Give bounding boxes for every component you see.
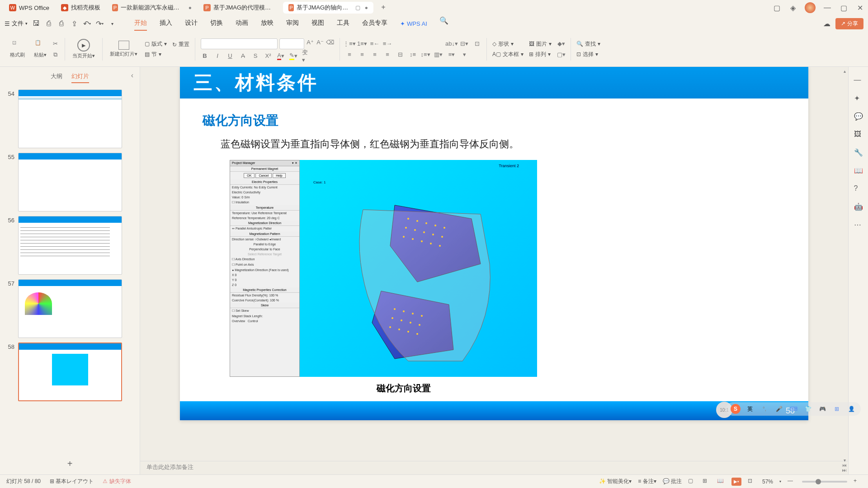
numbering-button[interactable]: 1≡▾ xyxy=(358,40,366,48)
decrease-indent-button[interactable]: ≡← xyxy=(371,40,379,48)
ai-sidebar-icon[interactable]: ✦ xyxy=(854,94,863,103)
minimize-button[interactable]: — xyxy=(823,3,832,12)
line-height-button[interactable]: ⊡ xyxy=(473,40,481,48)
minimize-sidebar-icon[interactable]: — xyxy=(854,76,863,85)
add-slide-button[interactable]: + xyxy=(0,453,140,474)
layout-button[interactable]: ▢版式▾ xyxy=(145,40,167,48)
menu-tab-slideshow[interactable]: 放映 xyxy=(261,16,274,31)
line-spacing-button[interactable]: ↕≡ xyxy=(409,51,417,59)
cut-icon[interactable]: ✂ xyxy=(51,40,59,48)
slide-thumb-54[interactable] xyxy=(18,89,122,148)
menu-tab-tools[interactable]: 工具 xyxy=(337,16,349,31)
align-left-button[interactable]: ≡ xyxy=(345,51,354,59)
strike-button[interactable]: S xyxy=(251,52,259,60)
find-button[interactable]: 🔍查找▾ xyxy=(576,40,600,48)
ime-user-icon[interactable]: 👤 xyxy=(846,404,856,414)
more-sidebar-icon[interactable]: ⋯ xyxy=(854,221,863,230)
bold-button[interactable]: B xyxy=(201,52,209,60)
share-button[interactable]: ↗ 分享 xyxy=(835,18,863,29)
beauty-sidebar-icon[interactable]: 🖼 xyxy=(854,130,863,139)
distribute-button[interactable]: ⊟ xyxy=(396,51,404,59)
search-icon[interactable]: 🔍 xyxy=(440,16,448,24)
columns-button[interactable]: ▥▾ xyxy=(434,51,442,59)
tab-doc-2[interactable]: P 基于JMAG的代理模型多目标遗传算法 xyxy=(198,2,282,14)
arrange-button[interactable]: ⊞排列▾ xyxy=(529,51,552,58)
italic-button[interactable]: I xyxy=(213,52,222,60)
bullets-button[interactable]: ⋮≡▾ xyxy=(345,40,354,48)
menu-tab-animation[interactable]: 动画 xyxy=(236,16,248,31)
picture-button[interactable]: 🖼图片▾ xyxy=(529,40,552,48)
notes-toggle[interactable]: ≡ 备注▾ xyxy=(638,478,656,485)
wps-ai-button[interactable]: ✦ WPS AI xyxy=(400,16,427,31)
reset-button[interactable]: ↻重置 xyxy=(172,41,189,48)
close-icon[interactable]: ● xyxy=(189,5,192,11)
start-page-button[interactable]: ▶ 当页开始▾ xyxy=(71,38,97,60)
font-family-select[interactable] xyxy=(201,38,278,49)
align-center-button[interactable]: ≡ xyxy=(358,51,366,59)
ime-lang[interactable]: 英 xyxy=(745,404,755,414)
cloud-icon[interactable]: ☁ xyxy=(823,19,831,28)
zoom-slider[interactable] xyxy=(802,481,847,483)
close-button[interactable]: ✕ xyxy=(855,3,864,12)
increase-font-icon[interactable]: A⁺ xyxy=(306,38,314,47)
zoom-in-button[interactable]: + xyxy=(854,478,862,486)
file-menu[interactable]: ☰ 文件 ▾ xyxy=(5,19,28,28)
underline-button[interactable]: U xyxy=(226,52,234,60)
grid-icon[interactable]: ▢ xyxy=(772,3,781,12)
print-icon[interactable]: ⎙ xyxy=(45,19,53,28)
align-justify-button[interactable]: ≡ xyxy=(383,51,392,59)
slide-thumbnails[interactable]: 54 55 56 57 58 xyxy=(0,87,140,453)
menu-tab-view[interactable]: 视图 xyxy=(311,16,324,31)
normal-view-icon[interactable]: ▢ xyxy=(688,478,696,486)
paste-button[interactable]: 📋 粘贴▾ xyxy=(32,39,48,59)
sorter-view-icon[interactable]: ⊞ xyxy=(703,478,711,486)
copy-icon[interactable]: ⧉ xyxy=(51,51,59,59)
spacing-button[interactable]: ↕≡▾ xyxy=(421,51,429,59)
menu-tab-design[interactable]: 设计 xyxy=(185,16,198,31)
next-slide-icon[interactable]: ⏭ xyxy=(842,468,847,473)
ime-game-icon[interactable]: 🎮 xyxy=(817,404,827,414)
zoom-level[interactable]: 57% xyxy=(762,479,773,485)
help-sidebar-icon[interactable]: ? xyxy=(854,184,863,193)
prev-slide-icon[interactable]: ⏮ xyxy=(842,463,847,468)
highlight-button[interactable]: ✎▾ xyxy=(289,52,297,60)
chat-sidebar-icon[interactable]: 💬 xyxy=(854,112,863,121)
para-spacing-button[interactable]: ≡▾ xyxy=(448,51,456,59)
select-button[interactable]: ⊡选择▾ xyxy=(576,51,600,58)
ime-mic-icon[interactable]: 🎤 xyxy=(774,404,784,414)
zoom-out-button[interactable]: — xyxy=(788,478,796,486)
more-button[interactable]: ▾ xyxy=(460,51,468,59)
comments-toggle[interactable]: 💬 批注 xyxy=(663,478,682,485)
sogou-icon[interactable]: S xyxy=(731,404,741,414)
export-icon[interactable]: ⇪ xyxy=(70,19,78,28)
font-effects-button[interactable]: 变▾ xyxy=(302,52,310,60)
slide-thumb-56[interactable] xyxy=(18,216,122,275)
ime-clothes-icon[interactable]: 👕 xyxy=(803,404,813,414)
avatar[interactable] xyxy=(805,2,816,13)
collapse-panel-icon[interactable]: ‹ xyxy=(131,71,133,80)
print-preview-icon[interactable]: ⎙ xyxy=(57,19,66,28)
text-direction-button[interactable]: ab↓▾ xyxy=(448,40,456,48)
align-vertical-button[interactable]: ⊟▾ xyxy=(460,40,468,48)
cube-icon[interactable]: ◈ xyxy=(788,3,797,12)
scroll-up-icon[interactable]: ▴ xyxy=(844,69,846,74)
slide-thumb-57[interactable] xyxy=(18,279,122,338)
redo-icon[interactable]: ↷ ▾ xyxy=(95,19,104,28)
menu-tab-transition[interactable]: 切换 xyxy=(210,16,223,31)
fit-icon[interactable]: ⊡ xyxy=(748,478,756,486)
superscript-button[interactable]: X² xyxy=(264,52,272,60)
slides-tab[interactable]: 幻灯片 xyxy=(71,70,89,83)
reading-view-icon[interactable]: 📖 xyxy=(717,478,725,486)
slide-thumb-55[interactable] xyxy=(18,153,122,211)
strikethrough-button[interactable]: A̶ xyxy=(239,52,247,60)
ime-keyboard-icon[interactable]: ⌨ xyxy=(788,404,798,414)
section-button[interactable]: ▤节▾ xyxy=(145,51,167,58)
clear-format-icon[interactable]: ⌫ xyxy=(326,38,334,47)
beautify-button[interactable]: ✨ 智能美化▾ xyxy=(599,478,632,485)
ime-toolbar[interactable]: S 英 °, 🎤 ⌨ 👕 🎮 ⊞ 👤 xyxy=(726,402,861,416)
menu-tab-insert[interactable]: 插入 xyxy=(160,16,172,31)
style-button[interactable]: ◆▾ xyxy=(557,40,565,48)
new-tab-button[interactable]: + xyxy=(378,2,389,13)
layout-status[interactable]: ⊞ 基本レイアウト xyxy=(50,478,94,485)
ime-punct-icon[interactable]: °, xyxy=(760,404,769,414)
